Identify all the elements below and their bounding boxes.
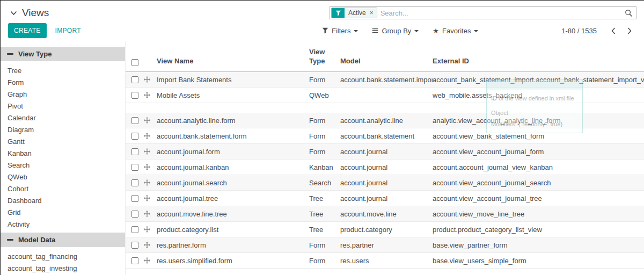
drag-handle-icon[interactable]	[144, 195, 150, 201]
column-header-view-name[interactable]: View Name	[157, 56, 309, 66]
sidebar-item-tree[interactable]: Tree	[1, 65, 125, 77]
funnel-icon	[322, 27, 328, 34]
cell-view-type: Form	[309, 117, 340, 125]
drag-handle-icon[interactable]	[144, 117, 150, 124]
sidebar-item-grid[interactable]: Grid	[1, 207, 125, 219]
sidebar-item-dashboard[interactable]: Dashboard	[1, 195, 125, 207]
table-row[interactable]: account.analytic.line.form Form account.…	[126, 113, 644, 128]
drag-handle-icon[interactable]	[144, 179, 150, 186]
row-checkbox[interactable]	[131, 242, 138, 249]
row-checkbox[interactable]	[131, 195, 138, 202]
favorites-dropdown[interactable]: ★ Favorites	[433, 27, 478, 35]
cell-view-name: account.move.line.tree	[157, 210, 309, 218]
search-panel: View Type Tree Form Graph Pivot Calendar…	[1, 41, 125, 275]
row-checkbox[interactable]	[131, 148, 138, 155]
cell-external-id: account.view_account_journal_search	[433, 179, 644, 187]
pager-previous-button[interactable]	[606, 26, 620, 35]
minus-icon	[7, 239, 13, 241]
group-by-dropdown[interactable]: Group By	[372, 27, 419, 35]
table-row[interactable]: account.journal.search Search account.jo…	[126, 175, 644, 191]
row-checkbox[interactable]	[131, 133, 138, 140]
row-checkbox[interactable]	[131, 76, 138, 83]
sidebar-item-pivot[interactable]: Pivot	[1, 100, 125, 112]
pager-next-button[interactable]	[623, 26, 636, 35]
row-checkbox[interactable]	[131, 92, 138, 99]
row-checkbox[interactable]	[131, 164, 138, 171]
search-icon[interactable]	[625, 9, 633, 17]
sidebar-group-header[interactable]: View Type	[1, 47, 125, 61]
row-cell-select	[126, 117, 144, 124]
row-cell-select	[126, 164, 144, 171]
sidebar-item-cohort[interactable]: Cohort	[1, 183, 125, 195]
drag-handle-icon[interactable]	[144, 226, 150, 233]
sidebar-item-label: Graph	[8, 90, 27, 98]
cell-view-name: account.journal.search	[157, 179, 309, 187]
create-button[interactable]: CREATE	[8, 23, 47, 38]
drag-handle-icon[interactable]	[144, 148, 150, 155]
sidebar-item-diagram[interactable]: Diagram	[1, 124, 125, 136]
cell-model: res.users	[340, 257, 433, 265]
filters-label: Filters	[332, 27, 350, 35]
drag-handle-icon[interactable]	[144, 76, 150, 83]
table-row[interactable]: account.bank.statement.form Form account…	[126, 128, 644, 144]
sidebar-item-gantt[interactable]: Gantt	[1, 136, 125, 148]
table-row[interactable]: Mobile Assets QWeb web_mobile.assets_bac…	[126, 88, 644, 103]
row-checkbox[interactable]	[131, 179, 138, 186]
facet-remove-icon[interactable]: ×	[367, 8, 377, 18]
control-panel: CREATE IMPORT Filters Group By ★ Favorit…	[1, 23, 644, 41]
sidebar-item-account-tag-investing[interactable]: account_tag_investing	[1, 263, 125, 274]
row-checkbox[interactable]	[131, 226, 138, 233]
chevron-down-icon[interactable]	[10, 11, 17, 16]
drag-handle-icon[interactable]	[144, 133, 150, 139]
cell-view-name: res.partner.form	[157, 241, 309, 249]
row-checkbox[interactable]	[131, 257, 138, 264]
table-row[interactable]: account.journal.tree Tree account.journa…	[126, 191, 644, 206]
drag-handle-icon[interactable]	[144, 164, 150, 170]
drag-handle-icon[interactable]	[144, 257, 150, 264]
sidebar-item-form[interactable]: Form	[1, 77, 125, 89]
star-icon: ★	[433, 27, 439, 35]
sidebar-item-calendar[interactable]: Calendar	[1, 112, 125, 124]
search-input[interactable]: Search...	[380, 9, 625, 17]
sidebar-group-header[interactable]: Model Data	[1, 233, 125, 247]
row-cell-select	[126, 76, 144, 83]
filters-dropdown[interactable]: Filters	[322, 27, 358, 35]
search-options: Filters Group By ★ Favorites	[322, 27, 478, 35]
drag-handle-icon[interactable]	[144, 242, 150, 248]
sidebar-item-qweb[interactable]: QWeb	[1, 171, 125, 183]
row-checkbox[interactable]	[131, 211, 138, 218]
row-cell-select	[126, 195, 144, 202]
column-header-external-id[interactable]: External ID	[433, 56, 644, 66]
select-all-checkbox[interactable]	[131, 59, 138, 66]
import-button[interactable]: IMPORT	[55, 27, 81, 34]
sidebar-item-activity[interactable]: Activity	[1, 219, 125, 230]
row-cell-select	[126, 148, 144, 155]
sidebar-item-graph[interactable]: Graph	[1, 89, 125, 100]
table-row[interactable]: account.move.line.tree Tree account.move…	[126, 206, 644, 222]
row-checkbox[interactable]	[131, 117, 138, 124]
table-row[interactable]: account.journal.form Form account.journa…	[126, 144, 644, 160]
drag-handle-icon[interactable]	[144, 211, 150, 217]
cell-model: account.bank.statement	[340, 132, 433, 140]
table-row[interactable]: account.journal.kanban Kanban account.jo…	[126, 160, 644, 175]
search-facet-active[interactable]: Active ×	[331, 8, 377, 18]
search-bar[interactable]: Active × Search...	[330, 6, 636, 19]
sidebar-item-search[interactable]: Search	[1, 160, 125, 171]
table-row[interactable]: Import Bank Statements Form account.bank…	[126, 72, 644, 88]
table-row[interactable]: res.partner.form Form res.partner base.v…	[126, 237, 644, 253]
sidebar-group-label: View Type	[18, 50, 52, 58]
cell-external-id: account.view_move_line_tree	[433, 210, 644, 218]
cell-model: account.move.line	[340, 210, 433, 218]
sidebar-item-kanban[interactable]: Kanban	[1, 148, 125, 160]
sidebar-item-label: Diagram	[8, 126, 34, 134]
sidebar-item-account-tag-financing[interactable]: account_tag_financing	[1, 251, 125, 263]
cell-external-id: web_mobile.assets_backend	[433, 91, 644, 99]
drag-handle-icon[interactable]	[144, 92, 150, 98]
cell-view-type: Form	[309, 76, 340, 84]
table-row[interactable]: product.category.list Tree product.categ…	[126, 222, 644, 237]
list-header-row: View Name View Type Model External ID	[126, 41, 644, 72]
column-header-model[interactable]: Model	[340, 56, 433, 66]
cell-model: account.bank.statement.import	[340, 76, 433, 84]
column-header-view-type[interactable]: View Type	[309, 47, 340, 66]
table-row[interactable]: res.users.simplified.form Form res.users…	[126, 253, 644, 269]
